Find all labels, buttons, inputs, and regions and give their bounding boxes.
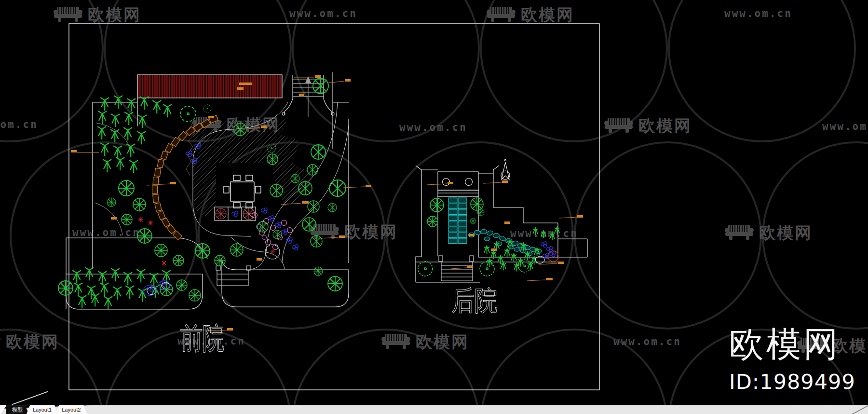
north-arrow-icon [501, 159, 510, 179]
trees-back [418, 198, 559, 276]
pergola-band [137, 75, 282, 98]
red-marker-circle [548, 251, 558, 262]
brand-watermark-large: 欧模网 ID:1989499 [729, 321, 855, 394]
dining-table [216, 163, 273, 209]
brand-name-text: 欧模网 [729, 321, 855, 368]
bar-white-corner [0, 405, 7, 414]
flowers-back [541, 242, 556, 259]
tab-layout2[interactable]: Layout2 [55, 405, 87, 414]
back-yard-label: 后院 [451, 285, 498, 316]
brand-id-text: ID:1989499 [729, 370, 855, 394]
tab-layout1[interactable]: Layout1 [27, 405, 58, 414]
layout-tab-bar: 模型 Layout1 Layout2 [0, 405, 868, 414]
model-space-canvas[interactable]: 欧模网 欧模网 欧模网 欧模网 欧模网 欧模网 欧模网 欧模网 欧模网 www.… [0, 0, 868, 414]
tab-model[interactable]: 模型 [6, 405, 29, 414]
back-yard-plan: 后院 [416, 159, 587, 316]
front-yard-plan: 前院 [58, 72, 371, 356]
deck-steps [216, 266, 251, 286]
front-yard-label: 前院 [180, 320, 225, 356]
bar-diagonal-mark [850, 404, 868, 414]
stone-path [469, 230, 542, 256]
stair-path [448, 198, 467, 244]
